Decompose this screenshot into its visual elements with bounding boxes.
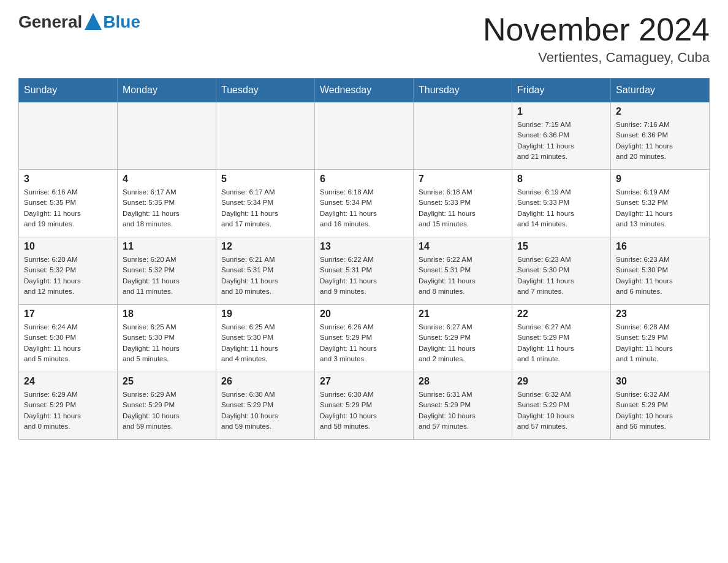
day-info: Sunrise: 6:23 AMSunset: 5:30 PMDaylight:… — [517, 255, 605, 297]
calendar-day-cell: 4Sunrise: 6:17 AMSunset: 5:35 PMDaylight… — [118, 170, 216, 237]
day-info: Sunrise: 6:24 AMSunset: 5:30 PMDaylight:… — [24, 322, 112, 364]
calendar-day-cell: 11Sunrise: 6:20 AMSunset: 5:32 PMDayligh… — [118, 237, 216, 305]
day-number: 16 — [616, 241, 704, 252]
calendar-week-row: 1Sunrise: 7:15 AMSunset: 6:36 PMDaylight… — [19, 102, 710, 170]
calendar-day-cell: 2Sunrise: 7:16 AMSunset: 6:36 PMDaylight… — [611, 102, 710, 170]
calendar-day-cell: 8Sunrise: 6:19 AMSunset: 5:33 PMDaylight… — [512, 170, 611, 237]
calendar-day-header: Tuesday — [216, 79, 315, 102]
calendar-day-cell: 29Sunrise: 6:32 AMSunset: 5:29 PMDayligh… — [512, 372, 611, 440]
calendar-week-row: 10Sunrise: 6:20 AMSunset: 5:32 PMDayligh… — [19, 237, 710, 305]
day-info: Sunrise: 6:19 AMSunset: 5:32 PMDaylight:… — [616, 187, 704, 229]
day-info: Sunrise: 6:27 AMSunset: 5:29 PMDaylight:… — [419, 322, 507, 364]
day-number: 10 — [24, 241, 112, 252]
calendar-day-cell: 12Sunrise: 6:21 AMSunset: 5:31 PMDayligh… — [216, 237, 315, 305]
logo-blue-text: Blue — [103, 12, 140, 32]
calendar-day-cell: 19Sunrise: 6:25 AMSunset: 5:30 PMDayligh… — [216, 305, 315, 372]
day-info: Sunrise: 6:17 AMSunset: 5:35 PMDaylight:… — [123, 187, 211, 229]
day-info: Sunrise: 6:18 AMSunset: 5:34 PMDaylight:… — [320, 187, 408, 229]
title-section: November 2024 Vertientes, Camaguey, Cuba — [483, 12, 710, 66]
day-info: Sunrise: 6:30 AMSunset: 5:29 PMDaylight:… — [320, 389, 408, 432]
calendar-day-cell: 5Sunrise: 6:17 AMSunset: 5:34 PMDaylight… — [216, 170, 315, 237]
day-number: 12 — [221, 241, 309, 252]
calendar-day-cell — [19, 102, 118, 170]
calendar-day-header: Monday — [118, 79, 216, 102]
day-number: 1 — [517, 106, 605, 117]
day-number: 26 — [221, 376, 309, 387]
calendar-day-header: Wednesday — [315, 79, 414, 102]
calendar-day-cell — [414, 102, 512, 170]
calendar-day-cell — [216, 102, 315, 170]
calendar-day-cell — [315, 102, 414, 170]
day-info: Sunrise: 6:17 AMSunset: 5:34 PMDaylight:… — [221, 187, 309, 229]
day-number: 2 — [616, 106, 704, 117]
logo: General Blue — [18, 12, 140, 32]
calendar-day-cell: 10Sunrise: 6:20 AMSunset: 5:32 PMDayligh… — [19, 237, 118, 305]
day-info: Sunrise: 6:30 AMSunset: 5:29 PMDaylight:… — [221, 389, 309, 432]
day-info: Sunrise: 6:26 AMSunset: 5:29 PMDaylight:… — [320, 322, 408, 364]
calendar-header-row: SundayMondayTuesdayWednesdayThursdayFrid… — [19, 79, 710, 102]
day-info: Sunrise: 7:15 AMSunset: 6:36 PMDaylight:… — [517, 120, 605, 162]
calendar-day-header: Sunday — [19, 79, 118, 102]
day-number: 19 — [221, 308, 309, 320]
day-info: Sunrise: 6:25 AMSunset: 5:30 PMDaylight:… — [221, 322, 309, 364]
calendar-week-row: 3Sunrise: 6:16 AMSunset: 5:35 PMDaylight… — [19, 170, 710, 237]
calendar-day-cell: 26Sunrise: 6:30 AMSunset: 5:29 PMDayligh… — [216, 372, 315, 440]
day-number: 4 — [123, 174, 211, 185]
calendar-day-cell: 30Sunrise: 6:32 AMSunset: 5:29 PMDayligh… — [611, 372, 710, 440]
day-number: 5 — [221, 174, 309, 185]
day-number: 8 — [517, 174, 605, 185]
calendar-day-header: Friday — [512, 79, 611, 102]
calendar-day-cell: 23Sunrise: 6:28 AMSunset: 5:29 PMDayligh… — [611, 305, 710, 372]
location-subtitle: Vertientes, Camaguey, Cuba — [483, 50, 710, 66]
day-number: 28 — [419, 376, 507, 387]
day-number: 23 — [616, 308, 704, 320]
day-number: 7 — [419, 174, 507, 185]
calendar-day-cell: 24Sunrise: 6:29 AMSunset: 5:29 PMDayligh… — [19, 372, 118, 440]
day-number: 14 — [419, 241, 507, 252]
day-info: Sunrise: 6:27 AMSunset: 5:29 PMDaylight:… — [517, 322, 605, 364]
calendar-day-cell: 20Sunrise: 6:26 AMSunset: 5:29 PMDayligh… — [315, 305, 414, 372]
calendar-day-cell: 27Sunrise: 6:30 AMSunset: 5:29 PMDayligh… — [315, 372, 414, 440]
calendar-day-cell: 17Sunrise: 6:24 AMSunset: 5:30 PMDayligh… — [19, 305, 118, 372]
day-number: 15 — [517, 241, 605, 252]
calendar-day-cell: 22Sunrise: 6:27 AMSunset: 5:29 PMDayligh… — [512, 305, 611, 372]
calendar-day-cell: 25Sunrise: 6:29 AMSunset: 5:29 PMDayligh… — [118, 372, 216, 440]
day-info: Sunrise: 6:32 AMSunset: 5:29 PMDaylight:… — [616, 389, 704, 432]
calendar-day-cell: 21Sunrise: 6:27 AMSunset: 5:29 PMDayligh… — [414, 305, 512, 372]
day-number: 17 — [24, 308, 112, 320]
calendar-day-cell: 18Sunrise: 6:25 AMSunset: 5:30 PMDayligh… — [118, 305, 216, 372]
day-info: Sunrise: 6:28 AMSunset: 5:29 PMDaylight:… — [616, 322, 704, 364]
day-number: 29 — [517, 376, 605, 387]
day-info: Sunrise: 6:16 AMSunset: 5:35 PMDaylight:… — [24, 187, 112, 229]
day-info: Sunrise: 6:22 AMSunset: 5:31 PMDaylight:… — [320, 255, 408, 297]
day-info: Sunrise: 6:22 AMSunset: 5:31 PMDaylight:… — [419, 255, 507, 297]
calendar-day-cell: 7Sunrise: 6:18 AMSunset: 5:33 PMDaylight… — [414, 170, 512, 237]
day-info: Sunrise: 6:21 AMSunset: 5:31 PMDaylight:… — [221, 255, 309, 297]
day-number: 21 — [419, 308, 507, 320]
calendar-day-cell: 6Sunrise: 6:18 AMSunset: 5:34 PMDaylight… — [315, 170, 414, 237]
day-number: 20 — [320, 308, 408, 320]
calendar-day-cell: 16Sunrise: 6:23 AMSunset: 5:30 PMDayligh… — [611, 237, 710, 305]
day-number: 6 — [320, 174, 408, 185]
calendar-week-row: 24Sunrise: 6:29 AMSunset: 5:29 PMDayligh… — [19, 372, 710, 440]
day-info: Sunrise: 6:31 AMSunset: 5:29 PMDaylight:… — [419, 389, 507, 432]
day-info: Sunrise: 6:25 AMSunset: 5:30 PMDaylight:… — [123, 322, 211, 364]
calendar-day-header: Saturday — [611, 79, 710, 102]
day-number: 11 — [123, 241, 211, 252]
day-number: 25 — [123, 376, 211, 387]
day-info: Sunrise: 6:23 AMSunset: 5:30 PMDaylight:… — [616, 255, 704, 297]
day-number: 30 — [616, 376, 704, 387]
day-info: Sunrise: 6:20 AMSunset: 5:32 PMDaylight:… — [123, 255, 211, 297]
day-info: Sunrise: 6:29 AMSunset: 5:29 PMDaylight:… — [24, 389, 112, 432]
page-header: General Blue November 2024 Vertientes, C… — [18, 12, 710, 66]
calendar-day-cell: 28Sunrise: 6:31 AMSunset: 5:29 PMDayligh… — [414, 372, 512, 440]
calendar-day-cell: 1Sunrise: 7:15 AMSunset: 6:36 PMDaylight… — [512, 102, 611, 170]
day-number: 22 — [517, 308, 605, 320]
calendar-day-cell — [118, 102, 216, 170]
month-title: November 2024 — [483, 12, 710, 47]
calendar-day-cell: 9Sunrise: 6:19 AMSunset: 5:32 PMDaylight… — [611, 170, 710, 237]
day-number: 27 — [320, 376, 408, 387]
calendar-day-cell: 15Sunrise: 6:23 AMSunset: 5:30 PMDayligh… — [512, 237, 611, 305]
calendar-day-cell: 14Sunrise: 6:22 AMSunset: 5:31 PMDayligh… — [414, 237, 512, 305]
day-number: 18 — [123, 308, 211, 320]
